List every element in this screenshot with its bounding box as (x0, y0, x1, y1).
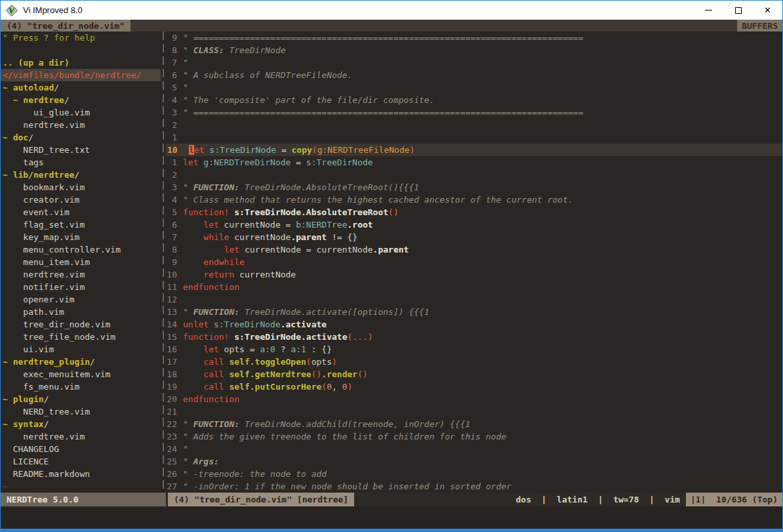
code-line[interactable]: 27" -inOrder: 1 if the new node should b… (166, 480, 782, 493)
code-line[interactable]: 18 call self.getNerdtree().render() (166, 368, 782, 380)
code-line[interactable]: 19 call self.putCursorHere(0, 0) (166, 380, 782, 393)
tree-row[interactable]: tree_dir_node.vim (1, 318, 161, 331)
tab-active[interactable]: (4) "tree_dir_node.vim" (1, 20, 130, 31)
line-number: 10 (166, 144, 189, 156)
code-line[interactable]: 5" (166, 81, 782, 94)
tree-row[interactable]: ~ syntax/ (1, 418, 161, 430)
token: " (183, 419, 193, 429)
maximize-button[interactable] (723, 1, 753, 20)
code-line[interactable]: 11endfunction (166, 281, 782, 293)
tree-row[interactable]: " Press ? for help (1, 31, 161, 44)
line-number: 3 (166, 106, 183, 119)
token: </vimfiles/bundle/nerdtree/ (3, 70, 141, 80)
code-line[interactable]: 5function! s:TreeDirNode.AbsoluteTreeRoo… (166, 206, 782, 218)
code-line[interactable]: 4" The 'composite' part of the file/dir … (166, 94, 782, 106)
tree-row[interactable]: event.vim (1, 206, 161, 218)
token: menu_item.vim (3, 257, 90, 267)
code-line[interactable]: 9" =====================================… (166, 31, 782, 44)
tree-row[interactable]: creator.vim (1, 194, 161, 206)
tree-row[interactable]: ~ plugin/ (1, 393, 161, 405)
code-line[interactable]: 9 endwhile (166, 256, 782, 268)
code-line[interactable]: 10 return currentNode (166, 268, 782, 281)
code-line[interactable]: 2 (166, 169, 782, 181)
tree-row[interactable]: fs_menu.vim (1, 380, 161, 393)
code-line[interactable]: 14unlet s:TreeDirNode.activate (166, 318, 782, 331)
token: b:NERDTree (296, 220, 347, 230)
token: README.markdown (3, 469, 90, 479)
tree-row[interactable]: ~ lib/nerdtree/ (1, 169, 161, 181)
code-line[interactable]: 8" CLASS: TreeDirNode (166, 44, 782, 56)
code-line[interactable]: 25" Args: (166, 455, 782, 468)
code-line[interactable]: 23" Adds the given treenode to the list … (166, 430, 782, 443)
minimize-button[interactable] (694, 1, 723, 20)
code-line[interactable]: 4" Class method that returns the highest… (166, 194, 782, 206)
code-line[interactable]: 16 let opts = a:0 ? a:1 : {} (166, 343, 782, 356)
buffers-badge[interactable]: BUFFERS (737, 20, 782, 31)
tree-row[interactable] (1, 44, 161, 56)
code-line[interactable]: 1 (166, 131, 782, 144)
line-number: 9 (166, 31, 183, 44)
tree-row[interactable]: ~ doc/ (1, 131, 161, 144)
code-line[interactable]: 17 call self.toggleOpen(opts) (166, 356, 782, 368)
tree-row[interactable]: nerdtree.vim (1, 268, 161, 281)
window-separator[interactable] (161, 31, 166, 493)
tree-row[interactable]: flag_set.vim (1, 218, 161, 231)
tree-row[interactable]: exec_menuitem.vim (1, 368, 161, 380)
line-number: 27 (166, 480, 183, 493)
tree-row[interactable]: notifier.vim (1, 281, 161, 293)
code-line[interactable]: 7" (166, 56, 782, 69)
tree-row[interactable]: ~ (1, 480, 161, 493)
token: TreeDirNode (224, 45, 286, 55)
close-button[interactable]: ✕ (753, 1, 782, 20)
token: " (183, 108, 193, 117)
tree-row[interactable]: menu_item.vim (1, 256, 161, 268)
code-line[interactable]: 26" -treenode: the node to add (166, 468, 782, 480)
code-line[interactable]: 13" FUNCTION: TreeDirNode.activate([opti… (166, 306, 782, 318)
token: ? (275, 344, 291, 354)
statusline-position: |1| 10/636 (Top) (686, 493, 782, 506)
code-line[interactable]: 7 while currentNode.parent != {} (166, 231, 782, 243)
code-line[interactable]: 6" A subclass of NERDTreeFileNode. (166, 69, 782, 81)
tree-row[interactable]: path.vim (1, 306, 161, 318)
token: " (183, 307, 193, 317)
code-line[interactable]: 20endfunction (166, 393, 782, 405)
code-line-current[interactable]: 10let s:TreeDirNode = copy(g:NERDTreeFil… (166, 144, 782, 156)
tree-row[interactable]: tags (1, 156, 161, 169)
tree-row[interactable]: ui_glue.vim (1, 106, 161, 119)
code-line[interactable]: 3" =====================================… (166, 106, 782, 119)
tree-row[interactable]: nerdtree.vim (1, 119, 161, 131)
line-number: 17 (166, 356, 183, 368)
tree-row[interactable]: LICENCE (1, 455, 161, 468)
line-number: 4 (166, 194, 183, 206)
tree-row[interactable]: menu_controller.vim (1, 243, 161, 256)
code-text: let currentNode = currentNode.parent (183, 243, 782, 256)
tree-row[interactable]: ~ nerdtree/ (1, 94, 161, 106)
tree-row[interactable]: README.markdown (1, 468, 161, 480)
code-line[interactable]: 24" (166, 443, 782, 455)
code-line[interactable]: 21 (166, 405, 782, 418)
code-line[interactable]: 3" FUNCTION: TreeDirNode.AbsoluteTreeRoo… (166, 181, 782, 194)
code-line[interactable]: 2 (166, 119, 782, 131)
tree-row[interactable]: opener.vim (1, 293, 161, 306)
code-line[interactable]: 22" FUNCTION: TreeDirNode.addChild(treen… (166, 418, 782, 430)
command-line[interactable] (1, 506, 782, 529)
code-line[interactable]: 12 (166, 293, 782, 306)
code-line[interactable]: 8 let currentNode = currentNode.parent (166, 243, 782, 256)
tree-row[interactable]: NERD_tree.txt (1, 144, 161, 156)
token (183, 369, 203, 379)
tree-row[interactable]: bookmark.vim (1, 181, 161, 194)
tree-row[interactable]: nerdtree.vim (1, 430, 161, 443)
line-number: 8 (166, 44, 183, 56)
tree-row[interactable]: ui.vim (1, 343, 161, 356)
tree-row[interactable]: NERD_tree.vim (1, 405, 161, 418)
code-line[interactable]: 15function! s:TreeDirNode.activate(...) (166, 331, 782, 343)
tree-row[interactable]: .. (up a dir) (1, 56, 161, 69)
tree-row[interactable]: tree_file_node.vim (1, 331, 161, 343)
code-line[interactable]: 6 let currentNode = b:NERDTree.root (166, 218, 782, 231)
tree-row[interactable]: key_map.vim (1, 231, 161, 243)
tree-row[interactable]: CHANGELOG (1, 443, 161, 455)
tree-row[interactable]: ~ autoload/ (1, 81, 161, 94)
tree-row[interactable]: ~ nerdtree_plugin/ (1, 356, 161, 368)
code-line[interactable]: 1let g:NERDTreeDirNode = s:TreeDirNode (166, 156, 782, 169)
tree-root-row[interactable]: </vimfiles/bundle/nerdtree/ (1, 69, 161, 81)
